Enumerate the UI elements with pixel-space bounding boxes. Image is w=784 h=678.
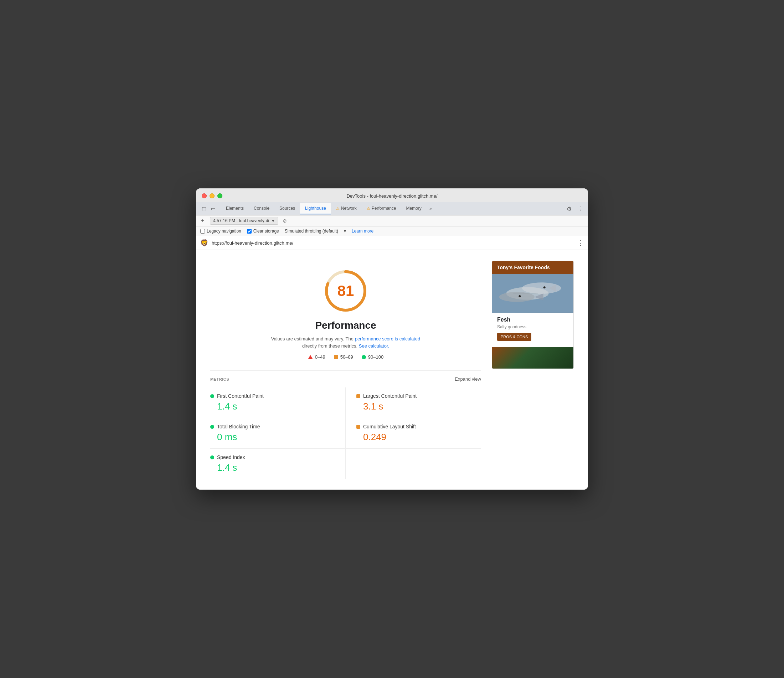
metric-fcp-label: First Contentful Paint xyxy=(217,393,264,399)
metric-fcp-name-row: First Contentful Paint xyxy=(210,393,335,399)
dropdown-arrow-icon: ▾ xyxy=(344,229,346,233)
metric-fcp: First Contentful Paint 1.4 s xyxy=(210,387,346,418)
add-session-button[interactable]: + xyxy=(200,217,206,225)
legend-square-icon xyxy=(334,355,338,359)
metric-tbt-value: 0 ms xyxy=(210,432,335,443)
legend-good: 90–100 xyxy=(362,354,383,360)
preview-item-name: Fesh xyxy=(497,317,568,323)
tab-console[interactable]: Console xyxy=(249,203,274,215)
metrics-grid: First Contentful Paint 1.4 s Largest Con… xyxy=(210,387,481,479)
preview-image-2 xyxy=(492,347,574,369)
metric-cls-label: Cumulative Layout Shift xyxy=(363,424,416,429)
more-options-button[interactable]: ⋮ xyxy=(575,203,585,215)
legend-medium-range: 50–89 xyxy=(340,354,353,360)
traffic-lights xyxy=(202,193,222,198)
devtools-tab-bar: ⬚ ▭ Elements Console Sources Lighthouse … xyxy=(196,202,588,215)
secondary-toolbar: + 4:57:16 PM - foul-heavenly-di ▼ ⊘ xyxy=(196,215,588,227)
metric-lcp: Largest Contentful Paint 3.1 s xyxy=(346,387,481,418)
score-value: 81 xyxy=(337,282,354,300)
metric-tbt-label: Total Blocking Time xyxy=(217,424,260,429)
preview-body: Fesh Salty goodness PROS & CONS xyxy=(492,313,574,347)
tab-elements[interactable]: Elements xyxy=(221,203,249,215)
metric-cls-indicator xyxy=(356,425,360,429)
tab-network[interactable]: ⚠ Network xyxy=(331,203,362,215)
legend-poor: 0–49 xyxy=(308,354,325,360)
maximize-button[interactable] xyxy=(217,193,222,198)
legend-circle-icon xyxy=(362,355,366,359)
score-legend: 0–49 50–89 90–100 xyxy=(308,354,383,360)
metric-cls-value: 0.249 xyxy=(356,432,474,443)
page-icon: 🦁 xyxy=(200,239,208,247)
score-circle: 81 xyxy=(323,268,369,314)
metric-si: Speed Index 1.4 s xyxy=(210,449,346,479)
metric-tbt: Total Blocking Time 0 ms xyxy=(210,418,346,449)
svg-point-6 xyxy=(544,286,546,288)
preview-item-subtitle: Salty goodness xyxy=(497,324,568,330)
metric-lcp-name-row: Largest Contentful Paint xyxy=(356,393,474,399)
tab-lighthouse[interactable]: Lighthouse xyxy=(300,203,331,215)
learn-more-link[interactable]: Learn more xyxy=(352,229,374,233)
score-desc-mid: directly from these metrics. xyxy=(302,343,357,348)
clear-storage-checkbox[interactable]: Clear storage xyxy=(247,229,279,233)
metric-cls: Cumulative Layout Shift 0.249 xyxy=(346,418,481,449)
calculator-link[interactable]: See calculator. xyxy=(359,343,389,348)
metrics-header: METRICS Expand view xyxy=(210,376,481,382)
lighthouse-toolbar: Legacy navigation Clear storage Simulate… xyxy=(196,227,588,236)
session-selector[interactable]: 4:57:16 PM - foul-heavenly-di ▼ xyxy=(210,217,278,225)
toolbar-icons: ⬚ ▭ xyxy=(199,202,218,215)
throttling-dropdown[interactable]: ▾ xyxy=(344,229,346,233)
session-dropdown-icon: ▼ xyxy=(271,219,275,223)
metric-lcp-value: 3.1 s xyxy=(356,401,474,412)
title-bar: DevTools - foul-heavenly-direction.glitc… xyxy=(196,188,588,202)
minimize-button[interactable] xyxy=(210,193,215,198)
url-text: https://foul-heavenly-direction.glitch.m… xyxy=(212,240,574,246)
metrics-section: METRICS Expand view First Contentful Pai… xyxy=(210,370,481,479)
main-content: 81 Performance Values are estimated and … xyxy=(196,250,588,490)
url-bar: 🦁 https://foul-heavenly-direction.glitch… xyxy=(196,236,588,250)
metric-cls-name-row: Cumulative Layout Shift xyxy=(356,424,474,429)
url-more-button[interactable]: ⋮ xyxy=(577,239,584,247)
tab-performance[interactable]: ⚠ Performance xyxy=(362,203,401,215)
preview-card: Tony's Favorite Foods xyxy=(492,261,574,369)
metric-si-label: Speed Index xyxy=(217,454,245,460)
block-icon[interactable]: ⊘ xyxy=(283,218,287,224)
expand-view-button[interactable]: Expand view xyxy=(455,376,481,382)
warning-icon: ⚠ xyxy=(336,206,340,211)
tab-memory[interactable]: Memory xyxy=(401,203,427,215)
clear-storage-label: Clear storage xyxy=(253,229,279,233)
score-description: Values are estimated and may vary. The p… xyxy=(271,336,421,349)
metric-lcp-indicator xyxy=(356,394,360,398)
metric-lcp-label: Largest Contentful Paint xyxy=(363,393,416,399)
score-title: Performance xyxy=(315,320,376,331)
tab-sources[interactable]: Sources xyxy=(274,203,300,215)
metric-fcp-value: 1.4 s xyxy=(210,401,335,412)
legend-poor-range: 0–49 xyxy=(315,354,325,360)
metric-tbt-name-row: Total Blocking Time xyxy=(210,424,335,429)
right-panel: Tony's Favorite Foods xyxy=(492,261,574,479)
pros-cons-button[interactable]: PROS & CONS xyxy=(497,333,531,341)
metric-si-value: 1.4 s xyxy=(210,462,335,473)
warning-icon: ⚠ xyxy=(367,206,370,211)
legacy-nav-checkbox[interactable]: Legacy navigation xyxy=(200,229,241,233)
score-section: 81 Performance Values are estimated and … xyxy=(210,261,481,363)
legend-triangle-icon xyxy=(308,355,313,359)
score-desc-main: Values are estimated and may vary. The xyxy=(271,336,354,342)
cursor-icon[interactable]: ⬚ xyxy=(200,205,207,212)
legacy-nav-label: Legacy navigation xyxy=(207,229,241,233)
left-panel: 81 Performance Values are estimated and … xyxy=(210,261,481,479)
metric-tbt-indicator xyxy=(210,425,214,429)
more-tabs-button[interactable]: » xyxy=(427,203,435,214)
clear-storage-input[interactable] xyxy=(247,229,252,233)
legend-needs-improvement: 50–89 xyxy=(334,354,353,360)
close-button[interactable] xyxy=(202,193,207,198)
preview-image xyxy=(492,274,574,313)
legend-good-range: 90–100 xyxy=(368,354,383,360)
legacy-nav-input[interactable] xyxy=(200,229,205,233)
session-label: 4:57:16 PM - foul-heavenly-di xyxy=(213,218,269,223)
performance-score-link[interactable]: performance score is calculated xyxy=(355,336,421,342)
settings-button[interactable]: ⚙ xyxy=(563,203,575,215)
metrics-section-label: METRICS xyxy=(210,377,229,381)
metric-si-name-row: Speed Index xyxy=(210,454,335,460)
throttling-label: Simulated throttling (default) xyxy=(285,229,338,233)
device-icon[interactable]: ▭ xyxy=(210,205,217,212)
